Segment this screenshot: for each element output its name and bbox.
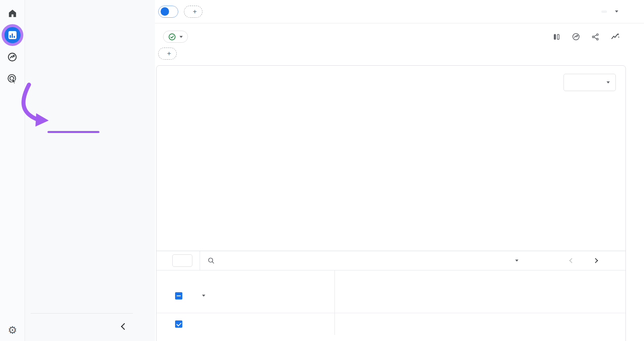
all-users-chip[interactable]: [158, 6, 178, 18]
sparkline-insights-icon[interactable]: [611, 32, 620, 42]
total-engaged-sessions: [375, 313, 421, 335]
total-events-per-session: [542, 313, 588, 335]
data-table-section: [157, 251, 625, 335]
column-header-events-per-session[interactable]: [542, 270, 588, 313]
table-header-row: [157, 270, 625, 313]
total-engagement-rate: [421, 313, 478, 335]
comparison-panel-icon[interactable]: [552, 33, 561, 41]
left-icon-rail: ⚙: [0, 0, 25, 341]
granularity-caret-icon: [607, 81, 610, 83]
select-all-checkbox[interactable]: [175, 292, 182, 299]
table-column-divider: [334, 270, 335, 335]
segment-avatar: [161, 7, 169, 16]
toolbar-divider: [200, 251, 200, 270]
total-row: [157, 313, 625, 335]
rows-per-page-caret-icon[interactable]: [515, 260, 518, 262]
ga4-app: ⚙ +: [0, 0, 644, 341]
column-header-engagement-rate[interactable]: [421, 270, 478, 313]
report-header: [155, 23, 644, 43]
settings-gear-icon[interactable]: ⚙: [0, 325, 25, 335]
date-preset-badge: [601, 10, 607, 13]
report-status-pill[interactable]: [163, 31, 188, 43]
column-header-avg-engagement-time[interactable]: [478, 270, 542, 313]
dimension-caret-icon[interactable]: [202, 295, 205, 297]
total-sessions: [334, 313, 375, 335]
share-icon[interactable]: [591, 33, 600, 41]
table-toolbar: [157, 251, 625, 270]
sessions-line-chart: [171, 92, 614, 234]
status-caret-icon: [180, 36, 183, 38]
plus-icon: +: [167, 50, 171, 58]
chart-legend: [171, 235, 625, 243]
column-header-sessions[interactable]: [334, 270, 375, 313]
plot-rows-button[interactable]: [172, 254, 192, 267]
sidebar-footer-divider: [31, 313, 133, 314]
reports-highlight-ring: [2, 24, 23, 46]
previous-page-icon[interactable]: [569, 258, 574, 263]
plus-icon: +: [193, 8, 197, 16]
total-avg-engagement-time: [478, 313, 542, 335]
sidebar: [25, 0, 155, 341]
green-check-icon: [168, 33, 176, 41]
insights-icon[interactable]: [572, 32, 580, 41]
explore-icon[interactable]: [2, 46, 23, 68]
add-comparison-button[interactable]: +: [184, 6, 202, 18]
add-filter-button[interactable]: +: [158, 48, 177, 60]
reports-icon[interactable]: [2, 24, 23, 46]
advertising-icon[interactable]: [2, 68, 23, 89]
search-input[interactable]: [220, 257, 309, 264]
date-caret-icon[interactable]: [615, 10, 618, 12]
total-row-checkbox[interactable]: [175, 320, 182, 328]
report-card: [156, 65, 626, 341]
collapse-sidebar-button[interactable]: [121, 323, 128, 330]
granularity-select[interactable]: [564, 74, 616, 91]
traffic-acquisition-underline-annotation: [47, 131, 99, 133]
main-content: +: [155, 0, 644, 341]
home-icon[interactable]: [2, 2, 23, 24]
next-page-icon[interactable]: [593, 258, 598, 263]
topbar: +: [155, 0, 644, 23]
bar-chart-icon: [8, 31, 17, 39]
column-header-engaged-sessions[interactable]: [375, 270, 421, 313]
search-icon: [207, 257, 215, 264]
